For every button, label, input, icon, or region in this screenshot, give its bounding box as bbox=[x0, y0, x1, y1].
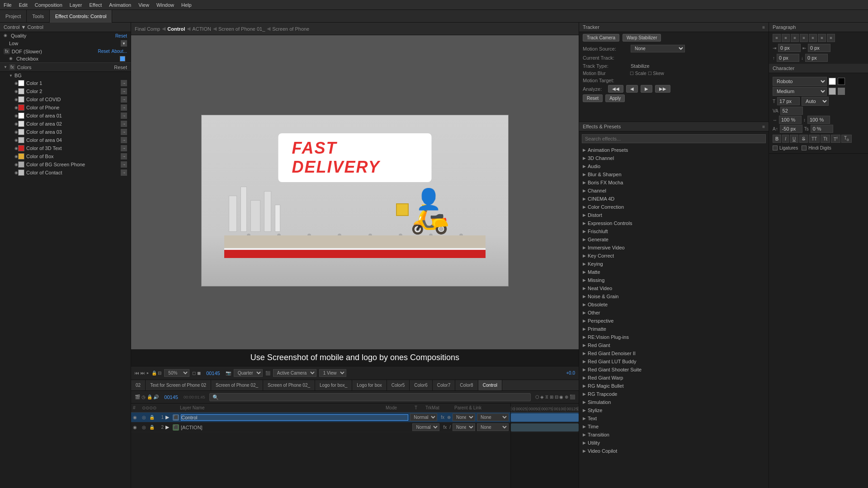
color-item-9[interactable]: ◉ Color of Box → bbox=[0, 152, 131, 160]
effect-item-27[interactable]: ▶Red Giant Shooter Suite bbox=[579, 366, 769, 374]
tl-tab-9[interactable]: Color8 bbox=[455, 380, 478, 391]
effect-item-19[interactable]: ▶Obsolete bbox=[579, 300, 769, 309]
analyze-fwd-btn[interactable]: ▶▶ bbox=[655, 85, 670, 93]
effect-item-21[interactable]: ▶Perspective bbox=[579, 317, 769, 325]
bold-btn[interactable]: B bbox=[773, 135, 781, 143]
dof-reset[interactable]: Reset bbox=[98, 49, 109, 54]
color-arrow-11[interactable]: → bbox=[121, 169, 127, 176]
tl-search[interactable] bbox=[209, 393, 530, 401]
color-arrow-1[interactable]: → bbox=[121, 88, 127, 94]
color-swatch-8[interactable] bbox=[18, 145, 24, 151]
tl-tab-5[interactable]: Logo for box bbox=[352, 380, 387, 391]
effect-item-37[interactable]: ▶Video Copilot bbox=[579, 447, 769, 455]
effect-item-5[interactable]: ▶Channel bbox=[579, 187, 769, 195]
color-swatch-4[interactable] bbox=[18, 113, 24, 119]
effect-item-32[interactable]: ▶Stylize bbox=[579, 406, 769, 414]
analyze-next-btn[interactable]: ▶ bbox=[641, 85, 652, 93]
tab-tools[interactable]: Tools bbox=[27, 10, 50, 23]
effect-item-35[interactable]: ▶Transition bbox=[579, 431, 769, 439]
strikethrough-btn[interactable]: S bbox=[799, 135, 808, 143]
underline-btn[interactable]: U bbox=[790, 135, 798, 143]
align-justify-all-btn[interactable]: ≡ bbox=[827, 34, 835, 42]
color-item-5[interactable]: ◉ Color of area 02 → bbox=[0, 120, 131, 128]
color-arrow-2[interactable]: → bbox=[121, 96, 127, 103]
effect-item-22[interactable]: ▶Primatte bbox=[579, 325, 769, 333]
font-color-swatch[interactable] bbox=[829, 78, 836, 85]
color-arrow-5[interactable]: → bbox=[121, 121, 127, 127]
layer-name-input-1[interactable] bbox=[181, 414, 408, 421]
effect-item-33[interactable]: ▶Text bbox=[579, 414, 769, 422]
scale-h-input[interactable] bbox=[779, 116, 802, 124]
stroke-color-swatch[interactable] bbox=[838, 78, 845, 85]
layer-mode-2[interactable]: Normal bbox=[412, 423, 439, 431]
dof-about[interactable]: About... bbox=[112, 49, 127, 54]
breadcrumb-phone[interactable]: Screen of Phone bbox=[272, 26, 309, 32]
checkbox-row[interactable]: ◉ Checkbox bbox=[0, 55, 131, 62]
effect-item-17[interactable]: ▶Neat Video bbox=[579, 284, 769, 292]
camera-select[interactable]: Active Camera bbox=[273, 369, 316, 377]
colors-reset[interactable]: Reset bbox=[114, 65, 127, 70]
tl-tab-10[interactable]: Control bbox=[478, 380, 502, 391]
layer-solo-2[interactable]: ◎ bbox=[142, 425, 147, 430]
zoom-select[interactable]: 50%100%25% bbox=[164, 369, 189, 377]
breadcrumb-phone01[interactable]: Screen of Phone 01_ bbox=[218, 26, 265, 32]
color-swatch-5[interactable] bbox=[18, 121, 24, 127]
effect-item-23[interactable]: ▶RE:Vision Plug-ins bbox=[579, 333, 769, 341]
align-center-btn[interactable]: ≡ bbox=[782, 34, 790, 42]
indent-left-input[interactable] bbox=[778, 44, 801, 52]
space-before-input[interactable] bbox=[777, 54, 799, 62]
warp-stabilizer-btn[interactable]: Warp Stabilizer bbox=[623, 34, 661, 42]
bg-row[interactable]: ▼ BG bbox=[0, 72, 131, 79]
effect-item-24[interactable]: ▶Red Giant bbox=[579, 341, 769, 349]
menu-window[interactable]: Window bbox=[156, 2, 174, 8]
analyze-back-btn[interactable]: ◀◀ bbox=[608, 85, 623, 93]
view-select[interactable]: 1 View bbox=[319, 369, 346, 377]
scale-v-input[interactable] bbox=[807, 116, 830, 124]
color-arrow-7[interactable]: → bbox=[121, 137, 127, 143]
color-swatch-7[interactable] bbox=[18, 137, 24, 143]
menu-composition[interactable]: Composition bbox=[35, 2, 62, 8]
menu-file[interactable]: File bbox=[4, 2, 12, 8]
tracker-menu-icon[interactable]: ≡ bbox=[762, 25, 765, 30]
breadcrumb-finalcomp[interactable]: Final Comp bbox=[135, 26, 160, 32]
layer-trimat-1[interactable]: None bbox=[453, 413, 475, 421]
color-item-0[interactable]: ◉ Color 1 → bbox=[0, 79, 131, 87]
color-item-3[interactable]: ◉ Color of Phone → bbox=[0, 103, 131, 112]
color-item-8[interactable]: ◉ Color of 3D Text → bbox=[0, 144, 131, 152]
smallcaps-btn[interactable]: Tt bbox=[821, 135, 830, 143]
effect-item-1[interactable]: ▶3D Channel bbox=[579, 154, 769, 162]
color-item-2[interactable]: ◉ Color of COVID → bbox=[0, 95, 131, 103]
effect-item-18[interactable]: ▶Noise & Grain bbox=[579, 292, 769, 300]
align-right-btn[interactable]: ≡ bbox=[791, 34, 799, 42]
quality-row[interactable]: ◉ Quality Reset bbox=[0, 32, 131, 39]
color-swatch-9[interactable] bbox=[18, 153, 24, 160]
color-item-7[interactable]: ◉ Color of area 04 → bbox=[0, 136, 131, 144]
color-arrow-4[interactable]: → bbox=[121, 113, 127, 119]
layer-eye-1[interactable]: ◉ bbox=[133, 415, 140, 420]
layer-lock-1[interactable]: 🔒 bbox=[149, 415, 155, 420]
effect-item-26[interactable]: ▶Red Giant LUT Buddy bbox=[579, 357, 769, 366]
effect-item-9[interactable]: ▶Expression Controls bbox=[579, 219, 769, 227]
tl-tab-0[interactable]: 02 bbox=[131, 380, 146, 391]
color-swatch-11[interactable] bbox=[18, 169, 24, 176]
quality-value-row[interactable]: Low ▼ bbox=[0, 39, 131, 47]
color-item-1[interactable]: ◉ Color 2 → bbox=[0, 87, 131, 95]
tl-tab-4[interactable]: Logo for box_ bbox=[315, 380, 352, 391]
font-select[interactable]: Roboto bbox=[773, 77, 827, 86]
analyze-prev-btn[interactable]: ◀ bbox=[626, 85, 638, 93]
layer-name-input-2[interactable] bbox=[181, 425, 410, 430]
space-after-input[interactable] bbox=[805, 54, 828, 62]
effects-menu-icon[interactable]: ≡ bbox=[762, 124, 765, 129]
effect-item-2[interactable]: ▶Audio bbox=[579, 162, 769, 170]
dof-row[interactable]: fx DOF (Slower) Reset About... bbox=[0, 47, 131, 55]
subscript-btn[interactable]: To bbox=[841, 135, 852, 143]
layer-parent-1[interactable]: None bbox=[477, 413, 509, 421]
color-swatch-6[interactable] bbox=[18, 129, 24, 135]
effect-item-34[interactable]: ▶Time bbox=[579, 422, 769, 431]
motion-source-select[interactable]: None bbox=[631, 45, 685, 52]
color-item-10[interactable]: ◉ Color of BG Screen Phone → bbox=[0, 160, 131, 169]
tl-tab-8[interactable]: Color7 bbox=[433, 380, 455, 391]
effect-item-8[interactable]: ▶Distort bbox=[579, 211, 769, 219]
layer-mode-1[interactable]: Normal bbox=[410, 413, 437, 421]
effect-item-31[interactable]: ▶Simulation bbox=[579, 398, 769, 406]
